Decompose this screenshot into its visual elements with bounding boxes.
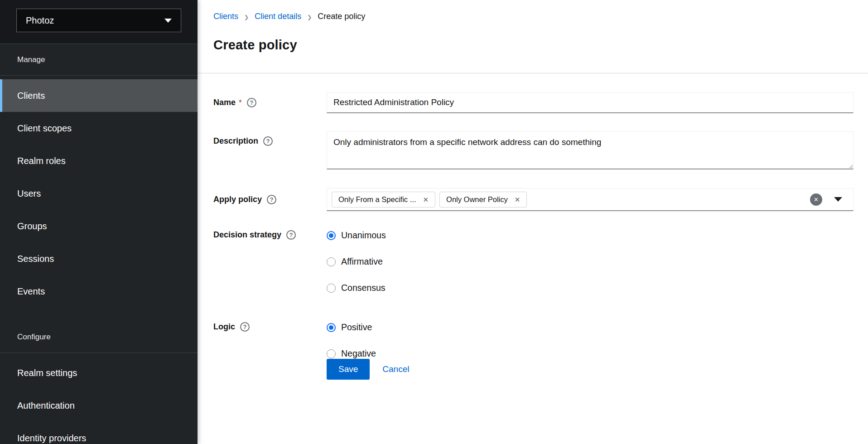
radio-label: Negative (341, 348, 376, 359)
apply-policy-label: Apply policy (213, 195, 262, 204)
decision-strategy-options: Unanimous Affirmative Consensus (327, 230, 854, 293)
sidebar-item-realm-roles[interactable]: Realm roles (0, 145, 198, 177)
selected-policy-chips: Only From a Specific ... ✕ Only Owner Po… (332, 192, 527, 208)
chip-close-icon[interactable]: ✕ (423, 196, 429, 203)
breadcrumb-link-client-details[interactable]: Client details (255, 12, 301, 21)
actions-row: Save Cancel (213, 359, 854, 380)
nav-list-manage: Clients Client scopes Realm roles Users … (0, 76, 198, 308)
form-actions: Save Cancel (327, 359, 854, 380)
description-row: Description ? Only administrators from a… (213, 131, 854, 169)
create-policy-form: Name * ? Description ? Only administrato… (198, 73, 868, 380)
nav-list-configure: Realm settings Authentication Identity p… (0, 353, 198, 444)
name-input[interactable] (327, 92, 854, 113)
logic-label-group: Logic ? (213, 322, 327, 359)
save-button[interactable]: Save (327, 359, 370, 380)
policy-chip-label: Only From a Specific ... (338, 195, 416, 204)
name-row: Name * ? (213, 92, 854, 113)
help-icon[interactable]: ? (240, 322, 250, 332)
radio-label: Consensus (341, 283, 386, 293)
help-icon[interactable]: ? (263, 136, 273, 146)
nav-section-title-manage: Manage (0, 44, 198, 76)
description-label: Description (213, 136, 258, 146)
radio-button-icon (327, 284, 336, 293)
page-title: Create policy (213, 38, 852, 53)
sidebar-item-events[interactable]: Events (0, 275, 198, 308)
actions-spacer (213, 359, 327, 380)
chevron-down-icon[interactable] (834, 197, 842, 202)
decision-strategy-label-group: Decision strategy ? (213, 230, 327, 293)
sidebar-item-users[interactable]: Users (0, 177, 198, 210)
radio-button-icon (327, 257, 336, 266)
radio-unanimous[interactable]: Unanimous (327, 230, 854, 241)
apply-policy-field-col: Only From a Specific ... ✕ Only Owner Po… (327, 188, 854, 211)
help-icon[interactable]: ? (286, 230, 296, 240)
policy-chip: Only Owner Policy ✕ (439, 192, 527, 208)
decision-strategy-row: Decision strategy ? Unanimous Affirmativ… (213, 230, 854, 293)
actions-col: Save Cancel (327, 359, 854, 380)
chevron-right-icon: ❯ (307, 13, 312, 20)
realm-selector-dropdown[interactable]: Photoz (16, 9, 181, 32)
description-textarea[interactable]: Only administrators from a specific netw… (327, 131, 854, 169)
breadcrumb: Clients ❯ Client details ❯ Create policy (213, 12, 852, 21)
clear-all-icon[interactable]: ✕ (810, 193, 822, 206)
radio-consensus[interactable]: Consensus (327, 283, 854, 293)
sidebar: Photoz Manage Clients Client scopes Real… (0, 0, 198, 444)
logic-label: Logic (213, 322, 235, 332)
radio-positive[interactable]: Positive (327, 322, 854, 333)
realm-name: Photoz (26, 15, 54, 26)
sidebar-item-groups[interactable]: Groups (0, 210, 198, 242)
description-label-group: Description ? (213, 131, 327, 169)
apply-policy-multiselect[interactable]: Only From a Specific ... ✕ Only Owner Po… (327, 188, 854, 211)
decision-strategy-label: Decision strategy (213, 230, 281, 240)
radio-label: Unanimous (341, 230, 386, 241)
radio-button-icon (327, 349, 336, 358)
help-icon[interactable]: ? (267, 195, 276, 204)
radio-negative[interactable]: Negative (327, 348, 854, 359)
name-field-col (327, 92, 854, 113)
radio-button-icon (327, 231, 336, 240)
breadcrumb-link-clients[interactable]: Clients (213, 12, 238, 21)
policy-chip: Only From a Specific ... ✕ (332, 192, 435, 208)
name-label: Name (213, 98, 236, 107)
sidebar-item-client-scopes[interactable]: Client scopes (0, 112, 198, 145)
sidebar-item-authentication[interactable]: Authentication (0, 389, 198, 422)
sidebar-nav: Manage Clients Client scopes Realm roles… (0, 44, 198, 444)
chevron-down-icon (164, 19, 172, 23)
radio-label: Positive (341, 322, 372, 333)
radio-label: Affirmative (341, 256, 383, 267)
page-header: Clients ❯ Client details ❯ Create policy… (198, 0, 868, 73)
help-icon[interactable]: ? (247, 98, 256, 107)
sidebar-masthead: Photoz (0, 0, 198, 44)
logic-options: Positive Negative (327, 322, 854, 359)
apply-policy-label-group: Apply policy ? (213, 188, 327, 211)
sidebar-item-sessions[interactable]: Sessions (0, 242, 198, 275)
chip-close-icon[interactable]: ✕ (515, 196, 521, 203)
breadcrumb-current: Create policy (318, 12, 365, 21)
main-content: Clients ❯ Client details ❯ Create policy… (198, 0, 868, 444)
apply-policy-row: Apply policy ? Only From a Specific ... … (213, 188, 854, 211)
name-label-group: Name * ? (213, 92, 327, 113)
multiselect-controls: ✕ (810, 193, 846, 206)
required-indicator: * (239, 98, 242, 107)
sidebar-item-clients[interactable]: Clients (0, 79, 198, 112)
nav-section-title-configure: Configure (0, 321, 198, 353)
logic-row: Logic ? Positive Negative (213, 322, 854, 359)
chevron-right-icon: ❯ (244, 13, 249, 20)
policy-chip-label: Only Owner Policy (446, 195, 508, 204)
description-field-col: Only administrators from a specific netw… (327, 131, 854, 169)
radio-affirmative[interactable]: Affirmative (327, 256, 854, 267)
cancel-button[interactable]: Cancel (382, 364, 409, 374)
radio-button-icon (327, 323, 336, 332)
sidebar-item-realm-settings[interactable]: Realm settings (0, 357, 198, 389)
sidebar-item-identity-providers[interactable]: Identity providers (0, 422, 198, 444)
